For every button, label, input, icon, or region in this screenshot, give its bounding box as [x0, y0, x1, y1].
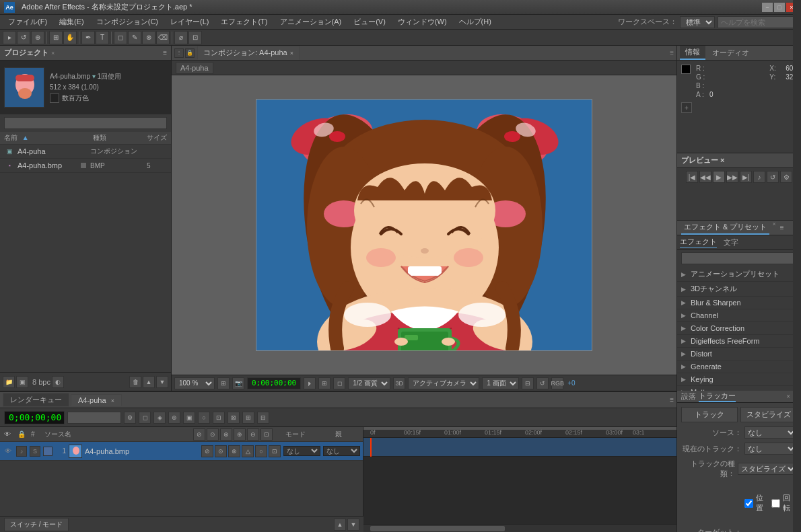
tl-btn-2[interactable]: ◻	[139, 412, 151, 424]
project-search-input[interactable]	[4, 117, 167, 129]
preview-play[interactable]: ▶	[713, 171, 725, 183]
layer-ctrl-5[interactable]: ○	[255, 445, 267, 457]
delete-btn[interactable]: 🗑	[129, 376, 141, 388]
effect-item-3[interactable]: ▶ Channel	[677, 309, 801, 322]
help-search-input[interactable]	[718, 16, 798, 28]
tl-btn-3[interactable]: ◈	[153, 412, 166, 424]
tl-btn-8[interactable]: ⊠	[228, 412, 240, 424]
info-tab-info[interactable]: 情報	[680, 46, 705, 60]
project-item-0[interactable]: ▣ A4-puha コンポジション	[0, 145, 171, 159]
tl-btn-1[interactable]: ⚙	[124, 412, 136, 424]
tool-puppet[interactable]: ⊡	[188, 31, 202, 44]
track-type-select[interactable]: スタビライズ	[738, 463, 797, 475]
tl-scroll-down[interactable]: ▼	[347, 519, 359, 531]
comp-tab-close[interactable]: ×	[290, 50, 293, 56]
color-depth-btn[interactable]: ◐	[52, 376, 64, 388]
timeline-tab-close[interactable]: ×	[111, 397, 114, 404]
switch-btn-6[interactable]: ⊡	[260, 428, 273, 441]
position-check[interactable]	[744, 499, 753, 508]
effects-panel-close[interactable]: ×	[772, 221, 775, 235]
comp-tab-main[interactable]: コンポジション: A4-puha ×	[197, 46, 300, 60]
timeline-tab-render[interactable]: レンダーキュー	[3, 393, 69, 407]
tool-shape[interactable]: ◻	[114, 31, 127, 44]
effect-item-5[interactable]: ▶ Digieffects FreeForm	[677, 335, 801, 348]
timecode-display[interactable]: 0;00;00;00	[4, 411, 65, 424]
tl-btn-10[interactable]: ⊟	[257, 412, 269, 424]
menu-effect[interactable]: エフェクト(T)	[215, 15, 273, 28]
tool-rotate[interactable]: ↺	[17, 31, 30, 44]
switch-btn-2[interactable]: ⊙	[207, 428, 219, 441]
effects-subtab-fx[interactable]: エフェクト	[680, 237, 717, 248]
preview-step-fwd[interactable]: ▶▶	[726, 171, 738, 183]
tl-btn-4[interactable]: ⊕	[168, 412, 180, 424]
tl-btn-5[interactable]: ▣	[183, 412, 195, 424]
preview-btn[interactable]: ⏵	[304, 377, 316, 389]
layer-ctrl-6[interactable]: ⊡	[269, 445, 281, 457]
project-item-1[interactable]: ▪ A4-puha.bmp BMP 5	[0, 159, 171, 173]
menu-window[interactable]: ウィンドウ(W)	[392, 15, 452, 28]
tool-select[interactable]: ▸	[3, 31, 16, 44]
preview-loop[interactable]: ↺	[767, 171, 779, 183]
switch-mode-btn[interactable]: スイッチ / モード	[4, 518, 69, 531]
tool-camera[interactable]: ⊞	[49, 31, 63, 44]
timeline-panel-menu[interactable]: ≡	[670, 396, 674, 404]
playhead[interactable]	[370, 438, 372, 457]
effect-item-1[interactable]: ▶ 3Dチャンネル	[677, 282, 801, 297]
tl-btn-6[interactable]: ○	[198, 412, 210, 424]
switch-btn-4[interactable]: ⊕	[234, 428, 246, 441]
preview-audio[interactable]: ♪	[753, 171, 765, 183]
track-btn[interactable]: トラック	[681, 407, 738, 422]
info-add-btn[interactable]: +	[681, 102, 692, 113]
audio-toggle-1[interactable]: ♪	[16, 446, 27, 457]
preview-step-back[interactable]: ◀◀	[699, 171, 711, 183]
tl-scroll-up[interactable]: ▲	[334, 519, 346, 531]
layer-ctrl-4[interactable]: △	[242, 445, 254, 457]
effect-item-7[interactable]: ▶ Generate	[677, 360, 801, 373]
menu-composition[interactable]: コンポジション(C)	[91, 15, 164, 28]
preview-settings[interactable]: ⚙	[780, 171, 792, 183]
tracker-tab-tracker[interactable]: トラッカー	[699, 391, 736, 402]
effect-item-8[interactable]: ▶ Keying	[677, 373, 801, 386]
comp-panel-menu[interactable]: ≡	[670, 49, 674, 56]
camera-select[interactable]: アクティブカメラ	[408, 377, 479, 389]
effects-subtab-text[interactable]: 文字	[724, 237, 738, 248]
menu-layer[interactable]: レイヤー(L)	[165, 15, 214, 28]
menu-edit[interactable]: 編集(E)	[54, 15, 90, 28]
effects-tab-effects[interactable]: エフェクト & プリセット	[681, 221, 769, 235]
layer-parent-select-1[interactable]: なし	[323, 446, 360, 456]
menu-file[interactable]: ファイル(F)	[3, 15, 53, 28]
switch-btn-5[interactable]: ⊖	[247, 428, 259, 441]
rotation-check[interactable]	[771, 499, 780, 508]
project-panel-close[interactable]: ×	[51, 50, 55, 56]
grid-btn[interactable]: ⊞	[318, 377, 330, 389]
minimize-button[interactable]: −	[762, 3, 773, 12]
effect-item-0[interactable]: ▶ アニメーションプリセット	[677, 267, 801, 282]
solo-toggle-1[interactable]: S	[30, 446, 40, 457]
timeline-search-input[interactable]	[67, 412, 121, 424]
effects-scrollbar[interactable]	[793, 221, 801, 391]
tool-pan[interactable]: ✋	[63, 31, 77, 44]
timeline-tab-comp[interactable]: A4-puha ×	[71, 394, 122, 406]
tool-text[interactable]: T	[96, 31, 109, 44]
new-folder-btn[interactable]: 📁	[3, 376, 15, 388]
reset-btn[interactable]: ↺	[536, 377, 549, 389]
tl-btn-9[interactable]: ⊞	[242, 412, 254, 424]
scroll-down-btn[interactable]: ▼	[156, 376, 168, 388]
tracker-panel-close[interactable]: ×	[786, 393, 790, 400]
mask-btn[interactable]: ◻	[333, 377, 345, 389]
tool-brush[interactable]: ✎	[128, 31, 141, 44]
scroll-up-btn[interactable]: ▲	[143, 376, 155, 388]
layer-mode-select-1[interactable]: なし	[283, 446, 320, 456]
layer-row-1[interactable]: 👁 ♪ S 1 A4-puha.bmp ⊘	[0, 442, 363, 461]
menu-view[interactable]: ビュー(V)	[348, 15, 391, 28]
tool-pen[interactable]: ✒	[81, 31, 95, 44]
info-tab-audio[interactable]: オーディオ	[707, 46, 755, 59]
effects-panel-menu[interactable]: ≡	[780, 224, 784, 231]
preview-to-start[interactable]: |◀	[686, 171, 698, 183]
title-bar-controls[interactable]: − □ ×	[762, 3, 797, 12]
h-scroll-thumb[interactable]	[370, 526, 505, 531]
tool-roto[interactable]: ⌀	[174, 31, 188, 44]
effects-search-input[interactable]	[681, 252, 797, 264]
tool-clone[interactable]: ⊗	[142, 31, 155, 44]
snapshot-btn[interactable]: 📷	[232, 377, 244, 389]
